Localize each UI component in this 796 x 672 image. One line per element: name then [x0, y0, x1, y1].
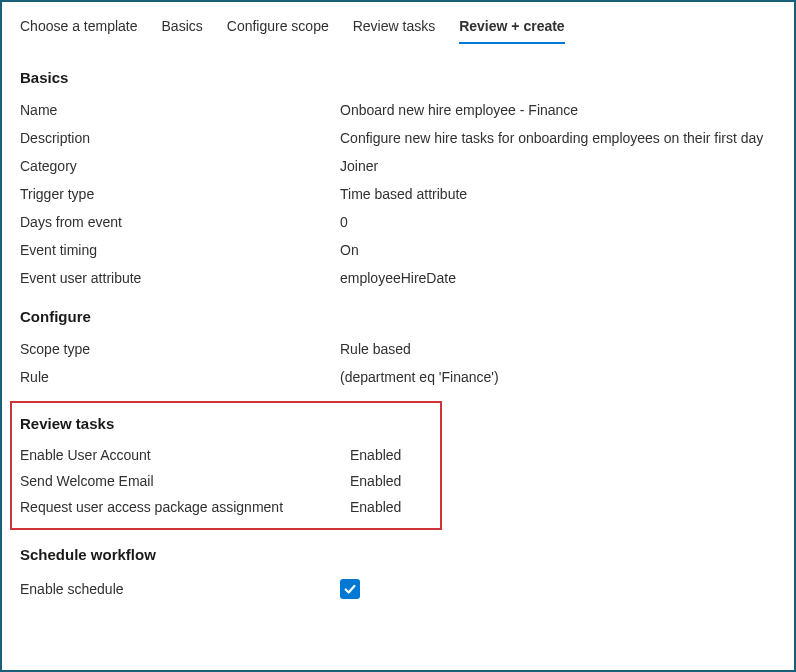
- label-rule: Rule: [20, 369, 340, 385]
- tab-choose-template[interactable]: Choose a template: [20, 12, 138, 44]
- value-category: Joiner: [340, 158, 776, 174]
- row-enable-schedule: Enable schedule: [20, 573, 776, 605]
- row-task-enable-user: Enable User Account Enabled: [20, 442, 432, 468]
- label-description: Description: [20, 130, 340, 146]
- section-title-schedule: Schedule workflow: [20, 546, 776, 563]
- value-name: Onboard new hire employee - Finance: [340, 102, 776, 118]
- label-task-access-package: Request user access package assignment: [20, 499, 350, 515]
- value-description: Configure new hire tasks for onboarding …: [340, 130, 776, 146]
- row-days-from-event: Days from event 0: [20, 208, 776, 236]
- value-rule: (department eq 'Finance'): [340, 369, 776, 385]
- row-event-timing: Event timing On: [20, 236, 776, 264]
- row-description: Description Configure new hire tasks for…: [20, 124, 776, 152]
- value-task-access-package: Enabled: [350, 499, 432, 515]
- row-scope-type: Scope type Rule based: [20, 335, 776, 363]
- section-title-configure: Configure: [20, 308, 776, 325]
- label-category: Category: [20, 158, 340, 174]
- row-name: Name Onboard new hire employee - Finance: [20, 96, 776, 124]
- value-trigger-type: Time based attribute: [340, 186, 776, 202]
- label-enable-schedule: Enable schedule: [20, 581, 340, 597]
- row-trigger-type: Trigger type Time based attribute: [20, 180, 776, 208]
- value-event-user-attribute: employeeHireDate: [340, 270, 776, 286]
- label-trigger-type: Trigger type: [20, 186, 340, 202]
- checkmark-icon: [343, 582, 357, 596]
- label-event-user-attribute: Event user attribute: [20, 270, 340, 286]
- label-days-from-event: Days from event: [20, 214, 340, 230]
- tab-basics[interactable]: Basics: [162, 12, 203, 44]
- checkbox-enable-schedule[interactable]: [340, 579, 360, 599]
- value-event-timing: On: [340, 242, 776, 258]
- row-task-welcome-email: Send Welcome Email Enabled: [20, 468, 432, 494]
- section-title-review-tasks: Review tasks: [20, 415, 432, 432]
- tab-configure-scope[interactable]: Configure scope: [227, 12, 329, 44]
- row-task-access-package: Request user access package assignment E…: [20, 494, 432, 520]
- value-scope-type: Rule based: [340, 341, 776, 357]
- row-rule: Rule (department eq 'Finance'): [20, 363, 776, 391]
- row-event-user-attribute: Event user attribute employeeHireDate: [20, 264, 776, 292]
- section-title-basics: Basics: [20, 69, 776, 86]
- label-event-timing: Event timing: [20, 242, 340, 258]
- label-task-welcome-email: Send Welcome Email: [20, 473, 350, 489]
- tab-review-create[interactable]: Review + create: [459, 12, 564, 44]
- value-task-welcome-email: Enabled: [350, 473, 432, 489]
- review-tasks-highlight: Review tasks Enable User Account Enabled…: [10, 401, 442, 530]
- label-task-enable-user: Enable User Account: [20, 447, 350, 463]
- row-category: Category Joiner: [20, 152, 776, 180]
- value-task-enable-user: Enabled: [350, 447, 432, 463]
- label-scope-type: Scope type: [20, 341, 340, 357]
- value-days-from-event: 0: [340, 214, 776, 230]
- review-content: Basics Name Onboard new hire employee - …: [2, 45, 794, 623]
- tab-bar: Choose a template Basics Configure scope…: [2, 2, 794, 45]
- label-name: Name: [20, 102, 340, 118]
- tab-review-tasks[interactable]: Review tasks: [353, 12, 435, 44]
